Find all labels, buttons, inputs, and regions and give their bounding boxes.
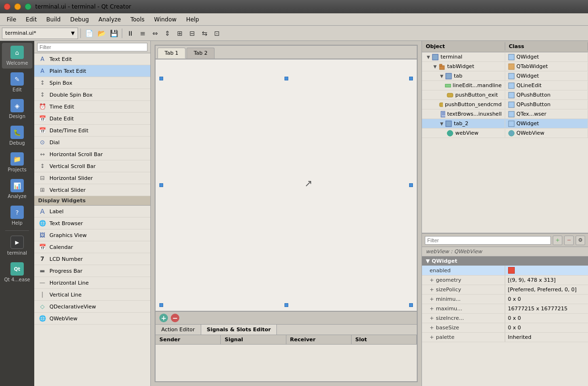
widget-v-line[interactable]: | Vertical Line: [34, 289, 150, 301]
enabled-checkbox[interactable]: [508, 267, 515, 274]
widget-qdeclarative[interactable]: ◇ QDeclarativeView: [34, 301, 150, 313]
prop-row-maxsize[interactable]: + maximu... 16777215 x 16777215: [422, 304, 588, 314]
prop-remove-button[interactable]: −: [564, 236, 574, 245]
sidebar-design[interactable]: ◈ Design: [2, 96, 32, 122]
align-right-button[interactable]: ⇔: [149, 28, 161, 39]
canvas-tab-1[interactable]: Tab 1: [157, 48, 186, 59]
pause-button[interactable]: ⏸: [125, 28, 136, 39]
selection-handle-br[interactable]: [409, 303, 413, 307]
sidebar-qt[interactable]: Qt Qt 4...ease: [2, 259, 32, 285]
qwidget-section[interactable]: ▼ QWidget: [422, 257, 588, 266]
widget-lcd-number[interactable]: 7 LCD Number: [34, 253, 150, 265]
obj-row-webview[interactable]: webView QWebView: [422, 129, 588, 138]
menu-analyze[interactable]: Analyze: [94, 15, 126, 24]
obj-inspector-header: Object Class: [422, 41, 588, 52]
obj-row-tabwidget[interactable]: ▼ tabWidget QTabWidget: [422, 62, 588, 71]
widget-progress-bar[interactable]: ▬ Progress Bar: [34, 265, 150, 277]
menu-help[interactable]: Help: [181, 15, 204, 24]
widget-graphics-view[interactable]: 🖼 Graphics View: [34, 229, 150, 241]
obj-row-textbrowser[interactable]: textBrows...inuxshell QTex...wser: [422, 109, 588, 119]
prop-add-button[interactable]: +: [553, 236, 562, 245]
close-button[interactable]: [4, 3, 10, 10]
widget-label[interactable]: A Label: [34, 206, 150, 218]
sidebar-edit[interactable]: ✎ Edit: [2, 69, 32, 95]
menu-edit[interactable]: Edit: [21, 15, 41, 24]
right-panel: Object Class ▼ terminal QWidget: [421, 41, 588, 386]
widget-spin-box[interactable]: ↕ Spin Box: [34, 77, 150, 89]
menu-file[interactable]: File: [2, 15, 21, 24]
prop-settings-button[interactable]: ⚙: [576, 236, 585, 245]
menu-window[interactable]: Window: [149, 15, 181, 24]
selection-handle-tl[interactable]: [159, 77, 163, 80]
prop-row-enabled[interactable]: enabled: [422, 266, 588, 276]
align-left-button[interactable]: ≡: [137, 28, 148, 39]
widget-text-edit[interactable]: A Text Edit: [34, 53, 150, 65]
widget-v-slider[interactable]: ⊞ Vertical Slider: [34, 184, 150, 196]
prop-row-minsize[interactable]: + minimu... 0 x 0: [422, 295, 588, 304]
widget-datetime-edit[interactable]: 📅 Date/Time Edit: [34, 125, 150, 137]
obj-row-tab[interactable]: ▼ tab QWidget: [422, 71, 588, 81]
obj-row-tab2[interactable]: ▼ tab_2 QWidget: [422, 119, 588, 129]
sidebar-welcome[interactable]: ⌂ Welcome: [2, 43, 32, 69]
widget-date-edit[interactable]: 📅 Date Edit: [34, 113, 150, 125]
align-v-button[interactable]: ⇕: [162, 28, 173, 39]
new-file-button[interactable]: 📄: [83, 28, 95, 39]
prop-row-sizepolicy[interactable]: + sizePolicy [Preferred, Preferred, 0, 0…: [422, 285, 588, 295]
selection-handle-tr[interactable]: [409, 77, 413, 80]
menu-build[interactable]: Build: [41, 15, 65, 24]
remove-connection-button[interactable]: −: [171, 314, 179, 322]
sidebar-projects[interactable]: 📁 Projects: [2, 149, 32, 175]
menu-debug[interactable]: Debug: [65, 15, 93, 24]
widget-h-slider[interactable]: ⊟ Horizontal Slider: [34, 172, 150, 184]
widget-dial[interactable]: ⊙ Dial: [34, 137, 150, 148]
obj-name-textbrowser: textBrows...inuxshell: [422, 110, 505, 119]
prop-row-geometry[interactable]: + geometry [(9, 9), 478 x 313]: [422, 276, 588, 285]
grid-button[interactable]: ⊞: [174, 28, 186, 39]
sidebar-terminal[interactable]: ▶ terminal: [2, 233, 32, 258]
maximize-button[interactable]: [25, 3, 31, 10]
file-dropdown[interactable]: terminal.ui* ▼: [2, 28, 78, 39]
save-button[interactable]: 💾: [108, 28, 119, 39]
sidebar-help[interactable]: ? Help: [2, 203, 32, 228]
widget-v-scrollbar[interactable]: ↕ Vertical Scroll Bar: [34, 160, 150, 172]
obj-row-pushbutton-exit[interactable]: pushButton_exit QPushButton: [422, 90, 588, 100]
pushbutton2-icon: [439, 101, 443, 108]
obj-row-pushbutton-send[interactable]: pushButton_sendcmd QPushButton: [422, 100, 588, 109]
open-file-button[interactable]: 📂: [96, 28, 107, 39]
obj-row-lineedit[interactable]: lineEdit...mandline QLineEdit: [422, 81, 588, 90]
selection-handle-ml[interactable]: [159, 183, 163, 187]
obj-row-terminal[interactable]: ▼ terminal QWidget: [422, 52, 588, 62]
selection-handle-tm[interactable]: [284, 77, 288, 80]
qt-icon: Qt: [10, 262, 24, 276]
widget-h-line[interactable]: — Horizontal Line: [34, 277, 150, 289]
widget-h-scrollbar[interactable]: ↔ Horizontal Scroll Bar: [34, 148, 150, 160]
selection-handle-bm[interactable]: [284, 303, 288, 307]
prop-row-basesize[interactable]: + baseSize 0 x 0: [422, 323, 588, 333]
sidebar-debug[interactable]: 🐛 Debug: [2, 123, 32, 148]
widget-double-spin-box[interactable]: ↕ Double Spin Box: [34, 89, 150, 101]
signals-slots-tab[interactable]: Signals & Slots Editor: [201, 325, 277, 335]
prop-row-palette[interactable]: + palette Inherited: [422, 333, 588, 342]
sidebar-analyze[interactable]: 📊 Analyze: [2, 176, 32, 202]
add-connection-button[interactable]: +: [159, 314, 168, 322]
canvas-tab-2[interactable]: Tab 2: [186, 48, 215, 59]
widget-time-edit[interactable]: ⏰ Time Edit: [34, 101, 150, 113]
widget-qwebview[interactable]: 🌐 QWebView: [34, 313, 150, 325]
widget-calendar[interactable]: 📅 Calendar: [34, 241, 150, 253]
widget-text-browser[interactable]: 🌐 Text Browser: [34, 218, 150, 229]
obj-name-tabwidget: ▼ tabWidget: [422, 62, 505, 71]
prop-val-enabled[interactable]: [505, 266, 588, 275]
tab-button[interactable]: ⊡: [211, 28, 223, 39]
canvas-content[interactable]: ↗: [156, 59, 417, 311]
widget-filter-input[interactable]: [37, 43, 147, 51]
minimize-button[interactable]: [14, 3, 21, 10]
prop-filter-input[interactable]: [425, 236, 551, 245]
prop-row-sizeincrement[interactable]: + sizeIncre... 0 x 0: [422, 314, 588, 323]
selection-handle-mr[interactable]: [409, 183, 413, 187]
menu-tools[interactable]: Tools: [126, 15, 149, 24]
adjust-button[interactable]: ⇆: [199, 28, 210, 39]
grid2-button[interactable]: ⊟: [186, 28, 198, 39]
widget-plain-text-edit[interactable]: A Plain Text Edit: [34, 65, 150, 77]
selection-handle-bl[interactable]: [159, 303, 163, 307]
action-editor-tab[interactable]: Action Editor: [156, 325, 201, 335]
